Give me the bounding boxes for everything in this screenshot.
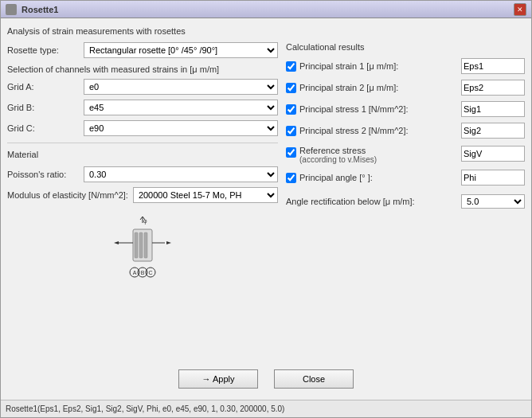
phi-input[interactable] [461,170,525,186]
svg-text:φ: φ [143,218,147,225]
svg-marker-11 [166,241,171,244]
grid-a-label: Grid A: [7,82,79,92]
angle-rect-label: Angle rectification below [μ m/m]: [286,197,458,206]
grid-b-select[interactable]: e45 [84,100,278,115]
grid-b-label: Grid B: [7,103,79,112]
modulus-label: Modulus of elasticity [N/mm^2]: [7,190,128,200]
poissons-label: Poisson's ratio: [7,170,79,179]
left-panel: Rosette type: Rectangular rosette [0° /4… [7,42,278,360]
section-title: Analysis of strain measurements with ros… [7,25,525,37]
status-text: Rosette1(Eps1, Eps2, Sig1, Sig2, SigV, P… [6,404,284,413]
calc-row-eps1: Principal strain 1 [μ m/m]: [286,58,525,74]
channels-label: Selection of channels with measured stra… [7,64,278,74]
svg-text:B: B [141,270,145,275]
sig1-label: Principal stress 1 [N/mm^2]: [299,104,458,114]
title-bar: Rosette1 ✕ [1,1,531,18]
eps1-input[interactable] [461,58,525,74]
modulus-row: Modulus of elasticity [N/mm^2]: 200000 S… [7,187,278,203]
svg-text:A: A [133,270,137,275]
ref-stress-label: Reference stress [299,146,458,155]
eps1-label: Principal strain 1 [μ m/m]: [299,61,458,71]
eps2-input[interactable] [461,80,525,96]
angle-rect-row: Angle rectification below [μ m/m]: 5.0 [286,194,525,209]
title-bar-left: Rosette1 [6,4,58,15]
main-panel: Rosette type: Rectangular rosette [0° /4… [7,42,525,360]
eps2-checkbox[interactable] [286,83,296,93]
eps1-checkbox[interactable] [286,61,296,72]
svg-rect-5 [135,232,138,258]
svg-text:C: C [148,270,152,275]
sig2-checkbox[interactable] [286,126,296,136]
right-panel: Calculational results Principal strain 1… [286,42,525,360]
close-icon-button[interactable]: ✕ [514,3,526,16]
grid-a-select[interactable]: e0 [84,79,278,95]
apply-button[interactable]: → Apply [178,369,258,389]
poissons-row: Poisson's ratio: 0.30 [7,166,278,182]
window-icon [6,4,17,15]
svg-marker-9 [114,241,119,244]
rosette-type-row: Rosette type: Rectangular rosette [0° /4… [7,42,278,58]
poissons-select[interactable]: 0.30 [84,166,278,182]
angle-rect-select[interactable]: 5.0 [461,194,525,209]
sig1-checkbox[interactable] [286,104,296,115]
material-label: Material [7,150,278,159]
close-button[interactable]: Close [274,369,354,389]
rosette-type-select[interactable]: Rectangular rosette [0° /45° /90°] [84,42,278,58]
grid-c-label: Grid C: [7,123,79,133]
grid-a-row: Grid A: e0 [7,79,278,95]
grid-c-row: Grid C: e90 [7,120,278,136]
sigv-checkbox[interactable] [286,147,296,158]
sigv-input[interactable] [461,146,525,162]
rosette-image-area: φ A [7,211,278,291]
phi-checkbox[interactable] [286,173,296,183]
sig1-input[interactable] [461,101,525,117]
calc-row-sig1: Principal stress 1 [N/mm^2]: [286,101,525,117]
calc-results-title: Calculational results [286,42,525,52]
eps2-label: Principal strain 2 [μ m/m]: [299,83,458,92]
grid-b-row: Grid B: e45 [7,100,278,115]
bottom-buttons: → Apply Close [7,365,525,393]
rosette-type-label: Rosette type: [7,45,79,55]
svg-rect-7 [144,232,147,258]
sig2-input[interactable] [461,123,525,139]
phi-label: Principal angle [° ]: [299,173,458,182]
calc-row-phi: Principal angle [° ]: [286,170,525,186]
modulus-select[interactable]: 200000 Steel 15-7 Mo, PH [133,187,278,203]
calc-row-sigv: Reference stress (according to v.Mises) [286,146,525,164]
sig2-label: Principal stress 2 [N/mm^2]: [299,126,458,135]
status-bar: Rosette1(Eps1, Eps2, Sig1, Sig2, SigV, P… [1,400,531,417]
window-title: Rosette1 [22,5,58,14]
content-area: Analysis of strain measurements with ros… [1,18,531,400]
rosette-diagram: φ A [111,215,174,287]
main-window: Rosette1 ✕ Analysis of strain measuremen… [0,0,532,418]
calc-row-sig2: Principal stress 2 [N/mm^2]: [286,123,525,139]
grid-c-select[interactable]: e90 [84,120,278,136]
ref-stress-sub: (according to v.Mises) [299,155,458,164]
svg-rect-6 [139,232,143,258]
calc-row-eps2: Principal strain 2 [μ m/m]: [286,80,525,96]
